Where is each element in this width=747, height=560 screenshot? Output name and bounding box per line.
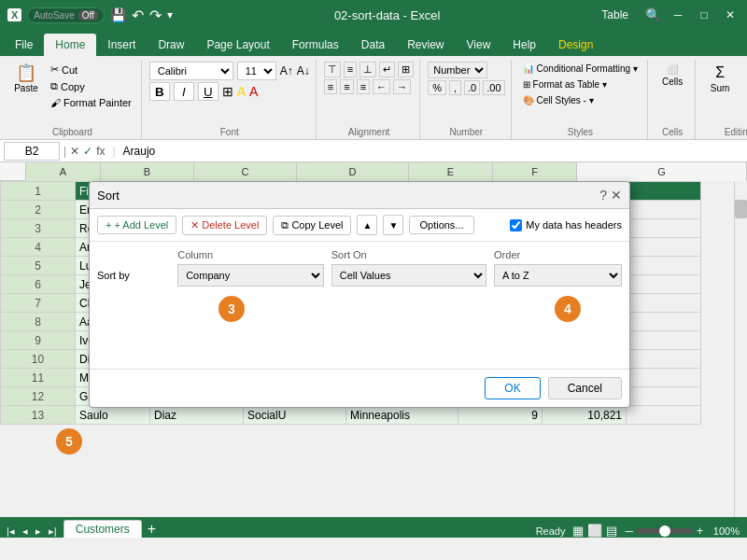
merge-icon[interactable]: ⊞: [398, 62, 414, 77]
badge-4: 4: [555, 296, 581, 322]
page-break-icon[interactable]: ▤: [606, 524, 617, 538]
increase-indent-icon[interactable]: →: [393, 79, 411, 94]
tab-home[interactable]: Home: [44, 34, 96, 56]
tab-insert[interactable]: Insert: [96, 34, 147, 56]
sort-on-select[interactable]: Cell Values Cell Color Font Color: [331, 264, 486, 287]
close-button[interactable]: ✕: [721, 6, 740, 24]
font-size-selector[interactable]: 11: [237, 62, 276, 80]
sort-filter-button[interactable]: ⇅ Sort: [740, 62, 747, 97]
sheet-tab-customers[interactable]: Customers: [63, 520, 142, 538]
increase-font-icon[interactable]: A↑: [280, 64, 293, 77]
tab-file[interactable]: File: [4, 34, 44, 56]
first-sheet-arrow[interactable]: |◂: [4, 525, 18, 538]
font-selector[interactable]: Calibri: [149, 62, 233, 80]
comma-icon[interactable]: ,: [449, 80, 461, 95]
cell-reference[interactable]: B2: [4, 142, 60, 161]
align-bottom-icon[interactable]: ⊥: [359, 62, 376, 77]
bold-button[interactable]: B: [149, 82, 170, 101]
insert-function-icon[interactable]: fx: [96, 145, 105, 158]
add-level-icon: +: [106, 219, 111, 231]
cs-dropdown-icon: ▾: [589, 95, 594, 105]
search-icon[interactable]: 🔍: [645, 7, 661, 22]
increase-decimal-icon[interactable]: .00: [483, 80, 504, 95]
add-sheet-button[interactable]: +: [142, 521, 162, 538]
sort-options-button[interactable]: Options...: [409, 216, 473, 234]
align-center-icon[interactable]: ≡: [340, 79, 353, 94]
tab-formulas[interactable]: Formulas: [281, 34, 350, 56]
page-layout-icon[interactable]: ⬜: [587, 524, 602, 538]
sort-dialog: Sort ? ✕ + + Add Level ✕ Delete Level ⧉: [89, 181, 630, 408]
fill-color-icon[interactable]: A: [237, 84, 246, 99]
cancel-button[interactable]: Cancel: [548, 377, 622, 399]
column-select[interactable]: Company First Last City Package Sales: [177, 264, 324, 287]
save-icon[interactable]: 💾: [110, 7, 126, 22]
cut-button[interactable]: ✂ Cut: [47, 62, 135, 77]
cell-styles-button[interactable]: 🎨 Cell Styles - ▾: [519, 93, 598, 107]
delete-level-button[interactable]: ✕ Delete Level: [182, 216, 267, 235]
dialog-close-button[interactable]: ✕: [611, 188, 622, 203]
font-color-icon[interactable]: A: [249, 84, 258, 99]
align-right-icon[interactable]: ≡: [357, 79, 370, 94]
zoom-in-button[interactable]: +: [697, 525, 703, 538]
conditional-formatting-button[interactable]: 📊 Conditional Formatting ▾: [519, 62, 642, 76]
sum-button[interactable]: Σ Sum: [703, 62, 737, 96]
ok-button[interactable]: OK: [485, 377, 540, 399]
tab-section: |◂ ◂ ▸ ▸| Customers +: [0, 520, 162, 538]
ribbon-group-font: Calibri 11 A↑ A↓ B I U ⊞ A A Font: [144, 60, 317, 139]
cancel-formula-icon[interactable]: ✕: [70, 145, 79, 158]
format-painter-button[interactable]: 🖌 Format Painter: [47, 95, 135, 110]
styles-label: Styles: [568, 127, 593, 139]
sort-up-button[interactable]: ▲: [357, 215, 377, 235]
align-middle-icon[interactable]: ≡: [344, 62, 357, 77]
normal-view-icon[interactable]: ▦: [572, 524, 584, 538]
alignment-label: Alignment: [348, 127, 389, 139]
redo-icon[interactable]: ↷: [149, 7, 162, 24]
ribbon-group-clipboard: 📋 Paste ✂ Cut ⧉ Copy 🖌 Format Painter Cl…: [4, 60, 142, 139]
decrease-indent-icon[interactable]: ←: [373, 79, 390, 94]
confirm-formula-icon[interactable]: ✓: [83, 145, 92, 158]
format-as-table-button[interactable]: ⊞ Format as Table ▾: [519, 77, 612, 91]
order-select[interactable]: A to Z Z to A Custom List...: [494, 264, 622, 287]
borders-icon[interactable]: ⊞: [222, 84, 233, 99]
number-format-selector[interactable]: Number: [428, 62, 487, 78]
tab-help[interactable]: Help: [501, 34, 547, 56]
next-sheet-arrow[interactable]: ▸: [33, 525, 44, 538]
font-label: Font: [220, 127, 239, 139]
prev-sheet-arrow[interactable]: ◂: [20, 525, 31, 538]
italic-button[interactable]: I: [174, 82, 194, 101]
paste-button[interactable]: 📋 Paste: [9, 62, 43, 96]
sort-down-button[interactable]: ▼: [383, 215, 403, 235]
tab-view[interactable]: View: [456, 34, 502, 56]
tab-data[interactable]: Data: [350, 34, 396, 56]
dialog-footer: OK Cancel: [90, 369, 629, 407]
cells-button[interactable]: ⬜ Cells: [655, 62, 689, 90]
minimize-button[interactable]: ─: [669, 6, 687, 24]
tab-draw[interactable]: Draw: [147, 34, 195, 56]
zoom-out-button[interactable]: ─: [625, 525, 633, 538]
copy-level-button[interactable]: ⧉ Copy Level: [273, 216, 351, 235]
percent-icon[interactable]: %: [428, 80, 446, 95]
align-left-icon[interactable]: ≡: [324, 79, 337, 94]
dialog-overlay: Sort ? ✕ + + Add Level ✕ Delete Level ⧉: [0, 162, 747, 517]
tab-review[interactable]: Review: [396, 34, 455, 56]
align-top-icon[interactable]: ⊤: [324, 62, 341, 77]
zoom-slider-thumb[interactable]: [659, 525, 670, 537]
sheet-nav-arrows: |◂ ◂ ▸ ▸|: [0, 525, 63, 538]
maximize-button[interactable]: □: [695, 6, 713, 24]
add-level-button[interactable]: + + Add Level: [97, 216, 176, 234]
tab-design[interactable]: Design: [547, 34, 604, 56]
last-sheet-arrow[interactable]: ▸|: [46, 525, 60, 538]
autosave-toggle[interactable]: AutoSave Off: [27, 7, 105, 23]
zoom-slider[interactable]: [637, 528, 693, 534]
conditional-formatting-icon: 📊: [523, 63, 534, 74]
underline-button[interactable]: U: [198, 82, 218, 101]
spreadsheet-container: A B C D E F G 1 First Last Company City …: [0, 162, 747, 517]
decrease-font-icon[interactable]: A↓: [297, 64, 310, 77]
tab-page-layout[interactable]: Page Layout: [195, 34, 280, 56]
undo-icon[interactable]: ↶: [132, 7, 144, 24]
has-headers-checkbox[interactable]: [510, 219, 522, 231]
decrease-decimal-icon[interactable]: .0: [464, 80, 480, 95]
wrap-text-icon[interactable]: ↵: [379, 62, 395, 77]
dialog-help-button[interactable]: ?: [599, 188, 607, 203]
copy-button[interactable]: ⧉ Copy: [47, 78, 135, 94]
